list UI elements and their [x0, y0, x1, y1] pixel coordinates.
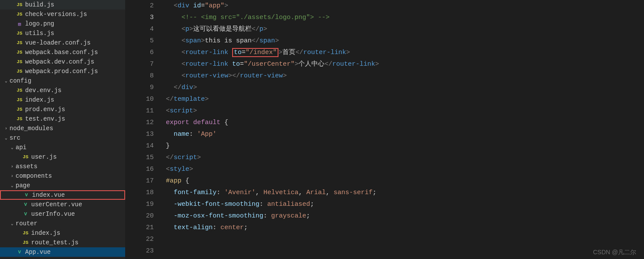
code-line[interactable]: -moz-osx-font-smoothing: grayscale;: [166, 210, 644, 222]
watermark: CSDN @凡二尔: [593, 249, 636, 256]
tree-item-check-versions-js[interactable]: JScheck-versions.js: [0, 10, 125, 19]
code-line[interactable]: <div id="app">: [166, 0, 644, 12]
tree-item-webpack-base-conf-js[interactable]: JSwebpack.base.conf.js: [0, 48, 125, 57]
highlight-box: to="/index": [232, 48, 278, 57]
code-line[interactable]: <style>: [166, 163, 644, 175]
code-content[interactable]: <div id="app"> <!-- <img src="./assets/l…: [164, 0, 644, 259]
tree-item-src[interactable]: ⌄src: [0, 133, 125, 143]
tree-item-config[interactable]: ⌄config: [0, 76, 125, 86]
line-number: 12: [125, 117, 154, 128]
js-icon: JS: [16, 2, 23, 7]
js-icon: JS: [16, 116, 23, 122]
tree-item-App-vue[interactable]: VApp.vue: [0, 247, 125, 257]
chevron-icon: ›: [9, 174, 16, 179]
tree-item-label: check-versions.js: [25, 11, 87, 18]
tree-item-label: dev.env.js: [25, 87, 61, 94]
line-number: 14: [125, 140, 154, 152]
tree-item-node_modules[interactable]: ›node_modules: [0, 124, 125, 133]
tree-item-label: userCenter.vue: [31, 201, 82, 208]
js-icon: JS: [16, 88, 23, 93]
tree-item-label: logo.png: [25, 20, 54, 27]
line-number: 11: [125, 105, 154, 117]
vue-icon: V: [16, 249, 23, 255]
code-line[interactable]: <router-link to="/index">首页</router-link…: [166, 47, 644, 58]
code-line[interactable]: <router-link to="/userCenter">个人中心</rout…: [166, 58, 644, 70]
code-line[interactable]: export default {: [166, 117, 644, 128]
code-line[interactable]: </div>: [166, 82, 644, 93]
code-line[interactable]: <!-- <img src="./assets/logo.png"> -->: [166, 12, 644, 23]
tree-item-label: config: [10, 77, 31, 84]
code-line[interactable]: <p>这可以看做是导航栏</p>: [166, 23, 644, 35]
tree-item-index-js[interactable]: JSindex.js: [0, 95, 125, 105]
code-line[interactable]: <span>this is span</span>: [166, 35, 644, 47]
line-number: 3: [125, 12, 154, 23]
tree-item-label: node_modules: [10, 125, 53, 132]
file-explorer[interactable]: JSbuild.jsJScheck-versions.js▧logo.pngJS…: [0, 0, 125, 259]
tree-item-router[interactable]: ⌄router: [0, 219, 125, 228]
tree-item-index-vue[interactable]: Vindex.vue: [0, 190, 125, 200]
tree-item-webpack-prod-conf-js[interactable]: JSwebpack.prod.conf.js: [0, 67, 125, 76]
tree-item-components[interactable]: ›components: [0, 171, 125, 181]
tree-item-user-js[interactable]: JSuser.js: [0, 152, 125, 162]
tree-item-utils-js[interactable]: JSutils.js: [0, 29, 125, 38]
img-icon: ▧: [16, 21, 23, 27]
code-line[interactable]: #app {: [166, 175, 644, 187]
tree-item-route_test-js[interactable]: JSroute_test.js: [0, 238, 125, 247]
tree-item-label: user.js: [31, 153, 57, 160]
line-number: 8: [125, 70, 154, 82]
tree-item-test-env-js[interactable]: JStest.env.js: [0, 114, 125, 124]
chevron-icon: ⌄: [3, 78, 10, 83]
line-number: 15: [125, 152, 154, 163]
tree-item-label: page: [16, 182, 30, 189]
tree-item-userInfo-vue[interactable]: VuserInfo.vue: [0, 209, 125, 219]
tree-item-prod-env-js[interactable]: JSprod.env.js: [0, 105, 125, 114]
tree-item-label: assets: [16, 163, 37, 170]
line-number: 20: [125, 210, 154, 222]
code-line[interactable]: name: 'App': [166, 128, 644, 140]
tree-item-label: api: [16, 144, 26, 151]
code-line[interactable]: }: [166, 140, 644, 152]
chevron-icon: ⌄: [9, 145, 16, 150]
tree-item-page[interactable]: ⌄page: [0, 181, 125, 190]
code-line[interactable]: <router-view></router-view>: [166, 70, 644, 82]
tree-item-webpack-dev-conf-js[interactable]: JSwebpack.dev.conf.js: [0, 57, 125, 67]
tree-item-index-js[interactable]: JSindex.js: [0, 228, 125, 238]
line-number: 19: [125, 198, 154, 210]
chevron-icon: ⌄: [9, 221, 16, 226]
tree-item-dev-env-js[interactable]: JSdev.env.js: [0, 86, 125, 95]
code-line[interactable]: <script>: [166, 105, 644, 117]
vue-icon: V: [22, 202, 29, 207]
tree-item-label: router: [16, 220, 37, 227]
js-icon: JS: [16, 59, 23, 64]
code-line[interactable]: font-family: 'Avenir', Helvetica, Arial,…: [166, 187, 644, 198]
tree-item-label: webpack.base.conf.js: [25, 49, 98, 56]
code-line[interactable]: </script>: [166, 152, 644, 163]
tree-item-label: App.vue: [25, 249, 51, 256]
js-icon: JS: [16, 12, 23, 17]
chevron-icon: ›: [3, 126, 10, 131]
line-number: 17: [125, 175, 154, 187]
js-icon: JS: [16, 107, 23, 112]
tree-item-label: utils.js: [25, 30, 54, 37]
tree-item-build-js[interactable]: JSbuild.js: [0, 0, 125, 10]
tree-item-vue-loader-conf-js[interactable]: JSvue-loader.conf.js: [0, 38, 125, 48]
js-icon: JS: [16, 40, 23, 45]
tree-item-label: userInfo.vue: [31, 211, 75, 217]
code-line[interactable]: text-align: center;: [166, 222, 644, 233]
code-editor[interactable]: 234567891011121314151617181920212223 <di…: [125, 0, 644, 259]
line-number: 4: [125, 23, 154, 35]
line-number: 22: [125, 233, 154, 245]
js-icon: JS: [16, 69, 23, 74]
code-line[interactable]: </template>: [166, 93, 644, 105]
js-icon: JS: [22, 230, 29, 236]
code-line[interactable]: -webkit-font-smoothing: antialiased;: [166, 198, 644, 210]
tree-item-label: components: [16, 173, 52, 179]
tree-item-logo-png[interactable]: ▧logo.png: [0, 19, 125, 29]
line-number: 23: [125, 245, 154, 257]
js-icon: JS: [22, 154, 29, 160]
line-number: 2: [125, 0, 154, 12]
tree-item-userCenter-vue[interactable]: VuserCenter.vue: [0, 200, 125, 209]
tree-item-api[interactable]: ⌄api: [0, 143, 125, 152]
tree-item-assets[interactable]: ›assets: [0, 162, 125, 171]
line-number: 6: [125, 47, 154, 58]
